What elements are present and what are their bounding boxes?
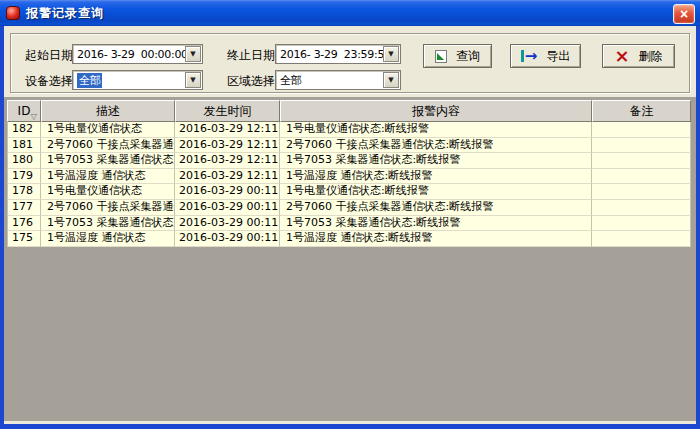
selected-text: 全部 (77, 73, 102, 88)
cell-remark (592, 231, 691, 247)
cell-content: 1号温湿度 通信状态:断线报警 (280, 169, 592, 185)
cell-content: 1号7053 采集器通信状态:断线报警 (280, 153, 592, 169)
column-header-time[interactable]: 发生时间 (175, 100, 280, 122)
cell-content: 1号7053 采集器通信状态:断线报警 (280, 216, 592, 232)
cell-id: 175 (7, 231, 41, 247)
cell-id: 177 (7, 200, 41, 216)
area-select-combobox[interactable]: 全部 ▼ (275, 70, 401, 90)
end-date-value: 2016- 3-29 23:59:59 (276, 48, 383, 61)
table-row[interactable]: 181 2号7060 干接点采集器通信状态 2016-03-29 12:11:5… (7, 138, 691, 154)
cell-remark (592, 153, 691, 169)
cell-time: 2016-03-29 00:11:5 (175, 184, 280, 200)
cell-id: 179 (7, 169, 41, 185)
cell-description: 1号温湿度 通信状态 (41, 169, 175, 185)
delete-button-label: 删除 (639, 48, 663, 65)
query-button[interactable]: 查询 (423, 44, 492, 68)
column-header-content[interactable]: 报警内容 (280, 100, 592, 122)
cell-description: 2号7060 干接点采集器通信状态 (41, 138, 175, 154)
cell-content: 2号7060 干接点采集器通信状态:断线报警 (280, 200, 592, 216)
column-header-id[interactable]: ID ▽ (7, 100, 41, 122)
device-select-combobox[interactable]: 全部 ▼ (72, 70, 203, 90)
cell-time: 2016-03-29 12:11:5 (175, 153, 280, 169)
area-select-value: 全部 (276, 73, 383, 88)
device-select-value: 全部 (73, 73, 185, 88)
client-area: 起始日期 2016- 3-29 00:00:00 ▼ 终止日期 2016- 3-… (4, 26, 696, 424)
table-row[interactable]: 177 2号7060 干接点采集器通信状态 2016-03-29 00:11:5… (7, 200, 691, 216)
cell-id: 178 (7, 184, 41, 200)
cell-id: 181 (7, 138, 41, 154)
cell-description: 2号7060 干接点采集器通信状态 (41, 200, 175, 216)
dropdown-arrow-icon[interactable]: ▼ (383, 46, 399, 62)
cell-remark (592, 184, 691, 200)
cell-time: 2016-03-29 12:11:5 (175, 169, 280, 185)
cell-id: 180 (7, 153, 41, 169)
cell-remark (592, 138, 691, 154)
close-icon: × (680, 6, 688, 22)
start-date-combobox[interactable]: 2016- 3-29 00:00:00 ▼ (72, 44, 203, 64)
area-select-label: 区域选择 (227, 73, 275, 90)
cell-remark (592, 200, 691, 216)
cell-content: 1号温湿度 通信状态:断线报警 (280, 231, 592, 247)
titlebar: 报警记录查询 × (0, 0, 700, 26)
alarm-siren-icon (6, 6, 20, 20)
export-icon: → (521, 50, 538, 62)
column-header-description[interactable]: 描述 (41, 100, 175, 122)
export-button[interactable]: → 导出 (510, 44, 581, 68)
cell-id: 182 (7, 122, 41, 138)
cell-time: 2016-03-29 12:11:5 (175, 122, 280, 138)
table-row[interactable]: 178 1号电量仪通信状态 2016-03-29 00:11:5 1号电量仪通信… (7, 184, 691, 200)
query-icon (435, 50, 447, 63)
cell-id: 176 (7, 216, 41, 232)
device-select-label: 设备选择 (25, 73, 73, 90)
query-button-label: 查询 (456, 48, 480, 65)
cell-remark (592, 122, 691, 138)
cell-time: 2016-03-29 12:11:5 (175, 138, 280, 154)
cell-time: 2016-03-29 00:11:5 (175, 231, 280, 247)
cell-content: 1号电量仪通信状态:断线报警 (280, 184, 592, 200)
end-date-label: 终止日期 (227, 47, 275, 64)
cell-time: 2016-03-29 00:11:5 (175, 216, 280, 232)
export-button-label: 导出 (546, 48, 570, 65)
cell-description: 1号电量仪通信状态 (41, 184, 175, 200)
cell-description: 1号7053 采集器通信状态 (41, 153, 175, 169)
start-date-label: 起始日期 (25, 47, 73, 64)
column-header-remark[interactable]: 备注 (592, 100, 691, 122)
cell-description: 1号7053 采集器通信状态 (41, 216, 175, 232)
dropdown-arrow-icon[interactable]: ▼ (185, 46, 201, 62)
delete-button[interactable]: × 删除 (602, 44, 675, 68)
table-header-row: ID ▽ 描述 发生时间 报警内容 备注 (7, 100, 691, 122)
delete-icon: × (614, 49, 629, 63)
alarm-query-window: 报警记录查询 × 起始日期 2016- 3-29 00:00:00 ▼ 终止日期… (0, 0, 700, 429)
table-row[interactable]: 180 1号7053 采集器通信状态 2016-03-29 12:11:5 1号… (7, 153, 691, 169)
table-row[interactable]: 175 1号温湿度 通信状态 2016-03-29 00:11:5 1号温湿度 … (7, 231, 691, 247)
cell-description: 1号温湿度 通信状态 (41, 231, 175, 247)
table-row[interactable]: 182 1号电量仪通信状态 2016-03-29 12:11:5 1号电量仪通信… (7, 122, 691, 138)
end-date-combobox[interactable]: 2016- 3-29 23:59:59 ▼ (275, 44, 401, 64)
alarm-table: ID ▽ 描述 发生时间 报警内容 备注 182 1号电量仪通信状态 2016-… (4, 97, 696, 421)
cell-content: 1号电量仪通信状态:断线报警 (280, 122, 592, 138)
window-title: 报警记录查询 (26, 5, 104, 22)
cell-content: 2号7060 干接点采集器通信状态:断线报警 (280, 138, 592, 154)
close-button[interactable]: × (673, 4, 695, 24)
dropdown-arrow-icon[interactable]: ▼ (185, 72, 201, 88)
dropdown-arrow-icon[interactable]: ▼ (383, 72, 399, 88)
start-date-value: 2016- 3-29 00:00:00 (73, 48, 185, 61)
cell-time: 2016-03-29 00:11:5 (175, 200, 280, 216)
cell-remark (592, 169, 691, 185)
sort-desc-icon: ▽ (31, 112, 37, 121)
table-row[interactable]: 176 1号7053 采集器通信状态 2016-03-29 00:11:5 1号… (7, 216, 691, 232)
table-row[interactable]: 179 1号温湿度 通信状态 2016-03-29 12:11:5 1号温湿度 … (7, 169, 691, 185)
cell-remark (592, 216, 691, 232)
cell-description: 1号电量仪通信状态 (41, 122, 175, 138)
